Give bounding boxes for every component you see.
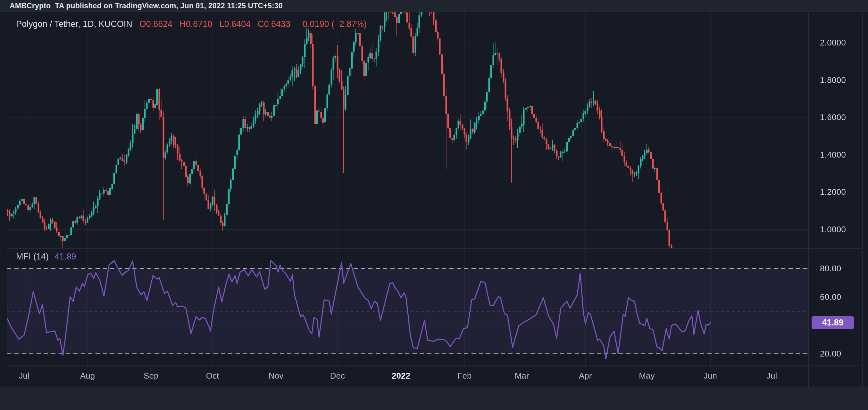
time-axis-tick bbox=[151, 365, 151, 368]
time-axis-tick bbox=[585, 365, 586, 368]
time-axis-label: Jul bbox=[9, 371, 39, 381]
price-tick-label: 1.8000 bbox=[820, 75, 846, 85]
ohlc-open: O0.6624 bbox=[140, 19, 173, 29]
time-axis-tick bbox=[338, 365, 338, 368]
time-axis-tick bbox=[213, 365, 213, 368]
price-tick-label: 1.4000 bbox=[820, 150, 846, 160]
time-axis-label: Apr bbox=[570, 371, 601, 381]
price-tick-label: 1.0000 bbox=[820, 225, 846, 234]
publish-info-text: AMBCrypto_TA published on TradingView.co… bbox=[10, 0, 283, 12]
time-axis-label: Aug bbox=[72, 371, 103, 381]
chart-top-border bbox=[0, 11, 868, 12]
time-axis-label: Jun bbox=[695, 371, 726, 381]
time-axis-tick bbox=[710, 365, 711, 368]
time-axis-label: Sep bbox=[135, 371, 166, 381]
time-axis-tick bbox=[647, 365, 647, 368]
time-axis-label: Dec bbox=[322, 371, 353, 381]
ohlc-low: L0.6404 bbox=[219, 19, 251, 29]
price-pane-canvas[interactable] bbox=[7, 11, 808, 248]
time-axis-label: Jul bbox=[756, 371, 787, 381]
symbol-title: Polygon / Tether, 1D, KUCOIN bbox=[16, 19, 132, 29]
time-axis-tick bbox=[88, 365, 88, 368]
mfi-value-badge: 41.89 bbox=[812, 316, 854, 329]
chart-left-border bbox=[7, 11, 7, 387]
ohlc-high: H0.6710 bbox=[180, 19, 212, 29]
price-change: −0.0190 (−2.87%) bbox=[298, 19, 367, 29]
mfi-indicator-label: MFI (14) bbox=[16, 252, 49, 262]
time-axis-tick bbox=[401, 365, 401, 368]
time-axis-label: May bbox=[631, 371, 662, 381]
ohlc-close: C0.6433 bbox=[258, 19, 290, 29]
time-axis-label: 2022 bbox=[385, 371, 416, 381]
header: AMBCrypto_TA published on TradingView.co… bbox=[0, 0, 868, 11]
time-axis-label: Mar bbox=[506, 371, 537, 381]
time-axis-tick bbox=[772, 365, 772, 368]
pane-separator[interactable] bbox=[7, 248, 862, 248]
time-axis-label: Oct bbox=[197, 371, 228, 381]
price-tick-label: 2.0000 bbox=[820, 38, 846, 47]
symbol-legend[interactable]: Polygon / Tether, 1D, KUCOIN O0.6624 H0.… bbox=[16, 19, 367, 29]
price-tick-label: 1.6000 bbox=[820, 112, 846, 122]
tradingview-snapshot: AMBCrypto_TA published on TradingView.co… bbox=[0, 0, 868, 410]
chart-right-border bbox=[862, 11, 863, 387]
mfi-tick-label: 80.00 bbox=[820, 264, 841, 273]
time-axis-tick bbox=[522, 365, 522, 368]
mfi-tick-label: 60.00 bbox=[820, 292, 841, 302]
mfi-legend[interactable]: MFI (14) 41.89 bbox=[16, 252, 76, 262]
time-axis-tick bbox=[24, 365, 24, 368]
mfi-tick-label: 20.00 bbox=[820, 349, 841, 358]
mfi-pane-canvas[interactable] bbox=[7, 248, 808, 365]
time-axis-tick bbox=[276, 365, 276, 368]
time-axis-label: Feb bbox=[449, 371, 480, 381]
time-axis-label: Nov bbox=[260, 371, 291, 381]
price-tick-label: 1.2000 bbox=[820, 187, 846, 197]
time-axis-tick bbox=[464, 365, 465, 368]
footer: TradingView bbox=[0, 387, 868, 410]
mfi-indicator-value: 41.89 bbox=[55, 252, 76, 262]
